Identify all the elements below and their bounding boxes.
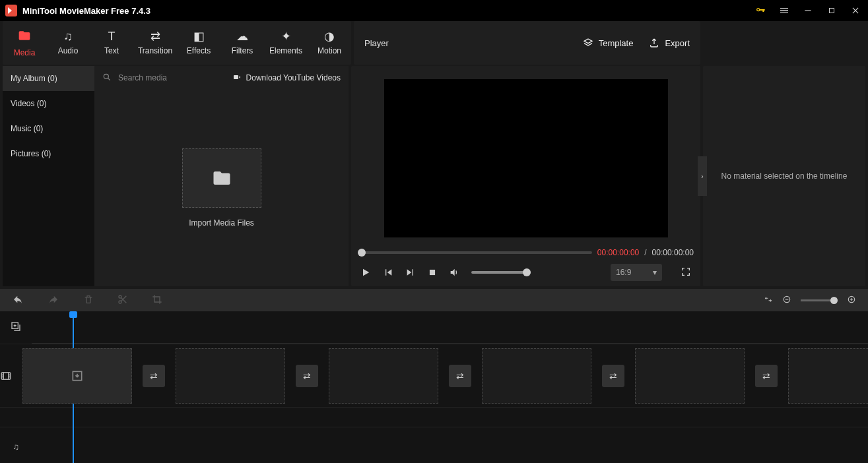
svg-rect-1 bbox=[830, 9, 834, 13]
cat-videos[interactable]: Videos (0) bbox=[3, 91, 94, 116]
maximize-button[interactable] bbox=[824, 3, 839, 18]
minimize-button[interactable] bbox=[801, 3, 815, 18]
search-icon bbox=[102, 73, 112, 84]
next-frame-button[interactable] bbox=[405, 267, 416, 278]
tab-motion[interactable]: ◑ Motion bbox=[308, 21, 351, 65]
tab-label: Media bbox=[14, 48, 36, 57]
clip-slot[interactable] bbox=[482, 348, 591, 404]
clip-slot[interactable] bbox=[635, 348, 745, 404]
player-label: Player bbox=[364, 38, 389, 48]
tab-effects[interactable]: ◧ Effects bbox=[177, 21, 220, 65]
split-button[interactable] bbox=[117, 294, 128, 307]
tab-label: Transition bbox=[138, 46, 172, 55]
video-preview bbox=[358, 74, 694, 243]
tab-filters[interactable]: ☁ Filters bbox=[220, 21, 264, 65]
zoom-thumb[interactable] bbox=[830, 297, 838, 304]
seek-thumb[interactable] bbox=[358, 249, 366, 257]
audio-track: ♫ bbox=[0, 427, 868, 463]
export-label: Export bbox=[665, 38, 690, 48]
audio-track-content[interactable] bbox=[32, 427, 868, 463]
cat-my-album[interactable]: My Album (0) bbox=[3, 66, 94, 91]
play-button[interactable] bbox=[360, 267, 371, 278]
import-label: Import Media Files bbox=[189, 218, 254, 228]
music-icon: ♫ bbox=[63, 30, 73, 42]
redo-button[interactable] bbox=[48, 293, 59, 307]
cat-music[interactable]: Music (0) bbox=[3, 116, 94, 141]
tab-label: Motion bbox=[317, 46, 341, 55]
tab-label: Elements bbox=[269, 46, 302, 55]
chevron-down-icon: ▾ bbox=[653, 268, 657, 277]
menu-icon[interactable] bbox=[777, 3, 791, 18]
inspector-empty-text: No material selected on the timeline bbox=[721, 171, 848, 181]
clip-slot[interactable] bbox=[22, 348, 132, 404]
fullscreen-button[interactable] bbox=[681, 266, 691, 279]
volume-slider[interactable] bbox=[471, 271, 531, 274]
tab-label: Text bbox=[104, 46, 119, 55]
zoom-fit-button[interactable] bbox=[764, 295, 773, 306]
text-icon: T bbox=[108, 30, 116, 42]
expand-inspector-button[interactable]: › bbox=[698, 156, 707, 196]
effects-icon: ◧ bbox=[193, 30, 205, 42]
template-label: Template bbox=[599, 38, 634, 48]
transition-slot[interactable]: ⇄ bbox=[449, 365, 471, 387]
ratio-value: 16:9 bbox=[616, 268, 631, 277]
svg-rect-4 bbox=[430, 270, 435, 275]
tab-label: Audio bbox=[58, 46, 79, 55]
inspector-panel: › No material selected on the timeline bbox=[703, 66, 865, 286]
zoom-out-button[interactable] bbox=[782, 295, 791, 306]
crop-button[interactable] bbox=[152, 294, 162, 307]
filters-icon: ☁ bbox=[236, 30, 248, 42]
svg-rect-10 bbox=[1, 372, 11, 379]
prev-frame-button[interactable] bbox=[383, 267, 393, 278]
volume-thumb[interactable] bbox=[523, 268, 531, 276]
transition-slot[interactable]: ⇄ bbox=[296, 365, 318, 387]
audio-track-icon: ♫ bbox=[0, 442, 32, 452]
delete-button[interactable] bbox=[83, 294, 94, 307]
spacer-track bbox=[0, 408, 868, 427]
cat-pictures[interactable]: Pictures (0) bbox=[3, 141, 94, 166]
download-youtube-link[interactable]: Download YouTube Videos bbox=[232, 73, 341, 83]
clip-slot[interactable] bbox=[176, 348, 285, 404]
svg-point-2 bbox=[104, 74, 108, 78]
clip-slot[interactable] bbox=[788, 348, 868, 404]
tab-text[interactable]: T Text bbox=[90, 21, 133, 65]
aspect-ratio-select[interactable]: 16:9 ▾ bbox=[611, 264, 662, 281]
elements-icon: ✦ bbox=[281, 30, 291, 42]
video-track: ⇄ ⇄ ⇄ ⇄ ⇄ bbox=[0, 344, 868, 408]
tab-media[interactable]: Media bbox=[3, 21, 46, 65]
category-list: My Album (0) Videos (0) Music (0) Pictur… bbox=[3, 66, 94, 286]
stop-button[interactable] bbox=[428, 268, 437, 277]
svg-rect-0 bbox=[805, 10, 811, 11]
video-track-icon bbox=[0, 370, 12, 382]
clip-slot[interactable] bbox=[329, 348, 438, 404]
template-button[interactable]: Template bbox=[583, 38, 634, 48]
import-media-button[interactable] bbox=[182, 148, 261, 208]
seek-slider[interactable] bbox=[358, 251, 592, 254]
timecode-sep: / bbox=[644, 248, 646, 257]
zoom-slider[interactable] bbox=[801, 299, 838, 301]
transition-slot[interactable]: ⇄ bbox=[143, 365, 165, 387]
download-label: Download YouTube Videos bbox=[246, 73, 341, 82]
export-button[interactable]: Export bbox=[649, 38, 690, 48]
app-logo-icon bbox=[5, 5, 17, 16]
zoom-in-button[interactable] bbox=[847, 295, 856, 306]
transition-slot[interactable]: ⇄ bbox=[755, 365, 778, 387]
undo-button[interactable] bbox=[12, 293, 24, 307]
timecode-total: 00:00:00:00 bbox=[652, 248, 694, 257]
video-canvas[interactable] bbox=[384, 79, 668, 237]
tab-elements[interactable]: ✦ Elements bbox=[264, 21, 308, 65]
app-title: MiniTool MovieMaker Free 7.4.3 bbox=[22, 6, 150, 16]
tab-label: Effects bbox=[187, 46, 211, 55]
transition-slot[interactable]: ⇄ bbox=[602, 365, 624, 387]
spacer bbox=[703, 21, 865, 65]
timeline: ⇄ ⇄ ⇄ ⇄ ⇄ ♫ bbox=[0, 311, 868, 463]
camera-icon bbox=[232, 73, 242, 83]
close-button[interactable] bbox=[848, 3, 863, 18]
volume-button[interactable] bbox=[449, 267, 459, 278]
tab-transition[interactable]: ⇄ Transition bbox=[133, 21, 177, 65]
add-track-button[interactable] bbox=[11, 321, 21, 334]
search-input[interactable] bbox=[118, 73, 225, 82]
tab-audio[interactable]: ♫ Audio bbox=[46, 21, 90, 65]
license-key-icon[interactable] bbox=[753, 3, 768, 18]
timeline-toolbar bbox=[0, 289, 868, 311]
